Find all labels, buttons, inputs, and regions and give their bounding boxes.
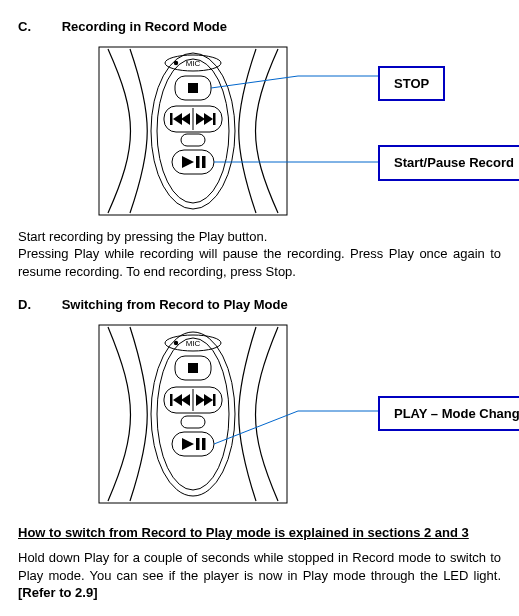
svg-rect-31	[170, 394, 173, 406]
play-pause-icon-d	[182, 438, 206, 450]
prev-icon	[170, 113, 190, 125]
callout-play-mode: PLAY – Mode Change	[378, 396, 519, 432]
stop-icon	[188, 83, 198, 93]
svg-marker-39	[182, 438, 194, 450]
section-d-letter: D.	[18, 296, 58, 314]
stop-icon-d	[188, 363, 198, 373]
svg-marker-10	[181, 113, 190, 125]
callout-stop: STOP	[378, 66, 445, 102]
section-d-subheading: How to switch from Record to Play mode i…	[18, 524, 501, 542]
section-d-para-text: Hold down Play for a couple of seconds w…	[18, 550, 501, 583]
section-d-callouts: PLAY – Mode Change	[378, 324, 519, 432]
svg-point-4	[174, 60, 178, 64]
section-c-title: Recording in Record Mode	[62, 19, 227, 34]
svg-rect-36	[213, 394, 216, 406]
svg-point-27	[174, 341, 178, 345]
svg-rect-37	[181, 416, 205, 428]
section-d-title: Switching from Record to Play Mode	[62, 297, 288, 312]
device-diagram-c: MIC	[98, 46, 378, 216]
svg-marker-9	[173, 113, 182, 125]
svg-rect-18	[202, 156, 206, 168]
device-diagram-d: MIC	[98, 324, 378, 504]
callout-start-pause: Start/Pause Record	[378, 145, 519, 181]
svg-rect-13	[213, 113, 216, 125]
svg-point-25	[157, 338, 229, 490]
svg-rect-23	[99, 325, 287, 503]
svg-rect-8	[170, 113, 173, 125]
svg-point-24	[151, 332, 235, 496]
callout-start-label: Start/Pause Record	[394, 155, 514, 170]
section-c-callouts: STOP Start/Pause Record	[378, 46, 519, 181]
section-c-letter: C.	[18, 18, 58, 36]
svg-marker-11	[196, 113, 205, 125]
svg-rect-0	[99, 47, 287, 215]
svg-rect-41	[202, 438, 206, 450]
svg-marker-35	[204, 394, 213, 406]
svg-marker-16	[182, 156, 194, 168]
section-d-heading: D. Switching from Record to Play Mode	[18, 296, 501, 314]
mic-label-d: MIC	[186, 339, 201, 348]
svg-marker-12	[204, 113, 213, 125]
svg-rect-14	[181, 134, 205, 146]
svg-marker-32	[173, 394, 182, 406]
next-icon	[196, 113, 216, 125]
svg-rect-40	[196, 438, 200, 450]
play-pause-icon	[182, 156, 206, 168]
section-d-para-ref: [Refer to 2.9]	[18, 585, 97, 600]
svg-marker-33	[181, 394, 190, 406]
section-c-para1: Start recording by pressing the Play but…	[18, 228, 501, 246]
callout-play-label: PLAY – Mode Change	[394, 406, 519, 421]
svg-marker-34	[196, 394, 205, 406]
section-d-para: Hold down Play for a couple of seconds w…	[18, 549, 501, 602]
mic-label: MIC	[186, 59, 201, 68]
svg-rect-17	[196, 156, 200, 168]
svg-point-2	[157, 59, 229, 203]
section-c-para2: Pressing Play while recording will pause…	[18, 245, 501, 280]
section-c-heading: C. Recording in Record Mode	[18, 18, 501, 36]
next-icon-d	[196, 394, 216, 406]
section-d-figure: MIC PLAY – Mode Change	[98, 324, 501, 504]
callout-stop-label: STOP	[394, 76, 429, 91]
prev-icon-d	[170, 394, 190, 406]
section-c-figure: MIC STOP	[98, 46, 501, 216]
